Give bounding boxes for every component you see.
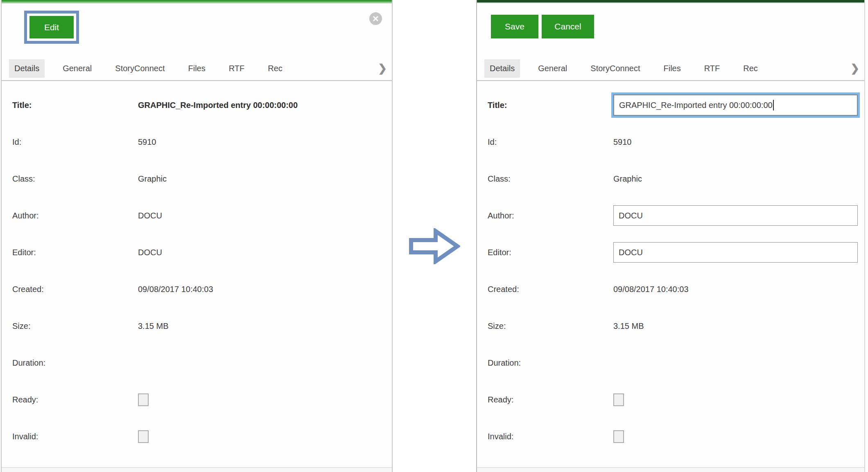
details-panel-view-mode: Edit ✕ Details General StoryConnect File… xyxy=(1,0,393,472)
close-icon[interactable]: ✕ xyxy=(369,12,382,25)
field-row-duration: Duration: xyxy=(2,344,392,381)
field-label: Editor: xyxy=(2,248,138,257)
panel-top-accent xyxy=(2,0,392,3)
class-value: Graphic xyxy=(613,174,864,184)
field-row-title: Title: GRAPHIC_Re-Imported entry 00:00:0… xyxy=(477,87,864,124)
field-label: Author: xyxy=(2,211,138,220)
field-label: Author: xyxy=(477,211,613,220)
class-value: Graphic xyxy=(138,174,392,184)
chevron-right-icon[interactable]: ❯ xyxy=(850,63,859,74)
field-row-author: Author: DOCU xyxy=(2,197,392,234)
field-row-class: Class: Graphic xyxy=(2,160,392,197)
field-row-size: Size: 3.15 MB xyxy=(477,308,864,344)
field-row-ready: Ready: xyxy=(477,381,864,418)
before-after-comparison: Edit ✕ Details General StoryConnect File… xyxy=(0,0,868,472)
size-value: 3.15 MB xyxy=(613,321,864,331)
field-label: Created: xyxy=(2,285,138,294)
author-input[interactable] xyxy=(613,205,858,226)
created-value: 09/08/2017 10:40:03 xyxy=(613,285,864,294)
tab-general[interactable]: General xyxy=(57,59,97,78)
field-label: Ready: xyxy=(2,395,138,405)
edit-button-highlight-box: Edit xyxy=(24,11,79,44)
tab-files[interactable]: Files xyxy=(658,59,686,78)
tab-bar: Details General StoryConnect Files RTF R… xyxy=(477,56,864,81)
editor-value: DOCU xyxy=(138,248,392,257)
tab-storyconnect[interactable]: StoryConnect xyxy=(585,59,645,78)
details-panel-edit-mode: Save Cancel Details General StoryConnect… xyxy=(476,0,865,472)
right-arrow-icon xyxy=(409,228,460,264)
panel-header: Edit ✕ xyxy=(2,3,392,56)
author-value: DOCU xyxy=(138,211,392,220)
field-label: Created: xyxy=(477,285,613,294)
tab-details[interactable]: Details xyxy=(9,59,45,78)
field-row-invalid: Invalid: xyxy=(2,418,392,455)
field-row-title: Title: GRAPHIC_Re-Imported entry 00:00:0… xyxy=(2,87,392,124)
created-value: 09/08/2017 10:40:03 xyxy=(138,285,392,294)
tab-rec[interactable]: Rec xyxy=(262,59,288,78)
field-label: Invalid: xyxy=(2,432,138,441)
field-row-created: Created: 09/08/2017 10:40:03 xyxy=(477,271,864,308)
ready-checkbox[interactable] xyxy=(613,393,624,406)
id-value: 5910 xyxy=(613,137,864,147)
editor-input[interactable] xyxy=(613,242,858,263)
field-row-created: Created: 09/08/2017 10:40:03 xyxy=(2,271,392,308)
tab-files[interactable]: Files xyxy=(183,59,210,78)
size-value: 3.15 MB xyxy=(138,321,392,331)
field-label: Duration: xyxy=(477,358,613,368)
tab-details[interactable]: Details xyxy=(484,59,520,78)
panel-bottom-strip xyxy=(477,467,864,472)
field-row-editor: Editor: xyxy=(477,234,864,271)
field-row-duration: Duration: xyxy=(477,344,864,381)
panel-top-accent xyxy=(477,0,864,3)
field-label: Invalid: xyxy=(477,432,613,441)
title-value: GRAPHIC_Re-Imported entry 00:00:00:00 xyxy=(138,101,392,110)
field-row-id: Id: 5910 xyxy=(477,124,864,160)
field-label: Class: xyxy=(477,174,613,184)
field-list: Title: GRAPHIC_Re-Imported entry 00:00:0… xyxy=(2,81,392,455)
field-row-author: Author: xyxy=(477,197,864,234)
field-row-id: Id: 5910 xyxy=(2,124,392,160)
field-row-invalid: Invalid: xyxy=(477,418,864,455)
field-row-class: Class: Graphic xyxy=(477,160,864,197)
panel-bottom-strip xyxy=(2,467,392,472)
edit-button[interactable]: Edit xyxy=(29,16,74,38)
tab-rec[interactable]: Rec xyxy=(738,59,763,78)
field-row-size: Size: 3.15 MB xyxy=(2,308,392,344)
field-list: Title: GRAPHIC_Re-Imported entry 00:00:0… xyxy=(477,81,864,455)
field-label: Duration: xyxy=(2,358,138,368)
field-row-editor: Editor: DOCU xyxy=(2,234,392,271)
field-label: Size: xyxy=(477,321,613,331)
field-label: Editor: xyxy=(477,248,613,257)
field-label: Size: xyxy=(2,321,138,331)
field-label: Title: xyxy=(477,101,613,110)
field-label: Ready: xyxy=(477,395,613,405)
title-input-text: GRAPHIC_Re-Imported entry 00:00:00:00 xyxy=(619,101,773,110)
title-input[interactable]: GRAPHIC_Re-Imported entry 00:00:00:00 xyxy=(613,94,858,116)
tab-bar: Details General StoryConnect Files RTF R… xyxy=(2,56,392,81)
invalid-checkbox[interactable] xyxy=(613,430,624,443)
save-button[interactable]: Save xyxy=(491,15,538,38)
field-label: Id: xyxy=(477,137,613,147)
field-row-ready: Ready: xyxy=(2,381,392,418)
text-caret xyxy=(773,100,774,110)
chevron-right-icon[interactable]: ❯ xyxy=(378,63,387,74)
tab-storyconnect[interactable]: StoryConnect xyxy=(110,59,170,78)
panel-header: Save Cancel xyxy=(477,3,864,56)
field-label: Title: xyxy=(2,101,138,110)
tab-general[interactable]: General xyxy=(533,59,572,78)
ready-checkbox[interactable] xyxy=(138,393,149,406)
tab-rtf[interactable]: RTF xyxy=(699,59,726,78)
field-label: Class: xyxy=(2,174,138,184)
field-label: Id: xyxy=(2,137,138,147)
invalid-checkbox[interactable] xyxy=(138,430,149,443)
cancel-button[interactable]: Cancel xyxy=(542,15,594,38)
tab-rtf[interactable]: RTF xyxy=(224,59,250,78)
id-value: 5910 xyxy=(138,137,392,147)
